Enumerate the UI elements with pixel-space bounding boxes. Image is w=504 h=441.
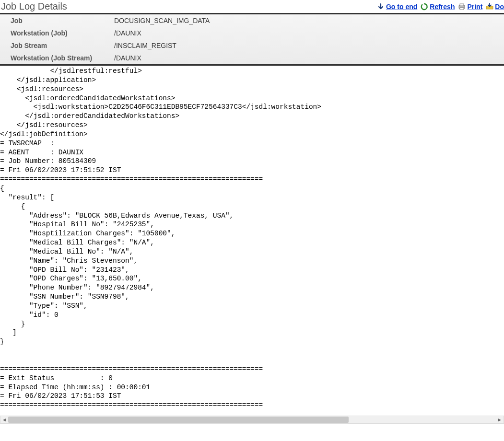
header-bar: Job Log Details Go to end Refresh Print …	[0, 0, 504, 14]
print-link[interactable]: Print	[467, 3, 482, 11]
svg-rect-2	[460, 8, 464, 10]
print-action[interactable]: Print	[457, 2, 482, 11]
workstation-stream-value: /DAUNIX	[110, 52, 504, 65]
refresh-link[interactable]: Refresh	[430, 3, 455, 11]
scrollbar-thumb[interactable]	[8, 417, 349, 423]
job-stream-label: Job Stream	[0, 39, 110, 52]
download-action[interactable]: Do	[485, 2, 504, 11]
goto-end-link[interactable]: Go to end	[386, 3, 417, 11]
refresh-icon	[420, 2, 429, 11]
horizontal-scrollbar[interactable]: ◄ ►	[0, 416, 504, 424]
header-actions: Go to end Refresh Print Do	[376, 2, 504, 11]
scroll-right-button[interactable]: ►	[496, 416, 504, 423]
goto-end-action[interactable]: Go to end	[376, 2, 417, 11]
arrow-down-icon	[376, 2, 385, 11]
refresh-action[interactable]: Refresh	[420, 2, 455, 11]
printer-icon	[457, 2, 466, 11]
job-value: DOCUSIGN_SCAN_IMG_DATA	[110, 14, 504, 27]
workstation-job-label: Workstation (Job)	[0, 27, 110, 39]
job-label: Job	[0, 14, 110, 27]
job-info-table: Job DOCUSIGN_SCAN_IMG_DATA Workstation (…	[0, 14, 504, 66]
page-title: Job Log Details	[0, 1, 67, 12]
table-row: Job DOCUSIGN_SCAN_IMG_DATA	[0, 14, 504, 27]
download-link[interactable]: Do	[495, 3, 504, 11]
download-icon	[485, 2, 494, 11]
table-row: Job Stream /INSCLAIM_REGIST	[0, 39, 504, 52]
scroll-left-button[interactable]: ◄	[0, 416, 8, 423]
job-stream-value: /INSCLAIM_REGIST	[110, 39, 504, 52]
log-content: </jsdlrestful:restful> </jsdl:applicatio…	[0, 66, 504, 413]
svg-rect-1	[460, 4, 464, 6]
workstation-job-value: /DAUNIX	[110, 27, 504, 39]
table-row: Workstation (Job) /DAUNIX	[0, 27, 504, 39]
table-row: Workstation (Job Stream) /DAUNIX	[0, 52, 504, 65]
workstation-stream-label: Workstation (Job Stream)	[0, 52, 110, 65]
